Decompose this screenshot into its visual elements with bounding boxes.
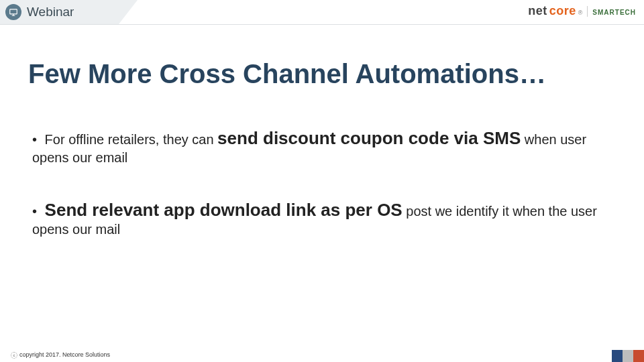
bullet-item: • For offline retailers, they can send d…: [32, 127, 612, 167]
webinar-label: Webinar: [27, 5, 74, 19]
bullet-marker: •: [32, 204, 37, 219]
brand-logo: netcore® SMARTECH: [528, 4, 636, 18]
bullet-text-bold: send discount coupon code via SMS: [217, 128, 521, 148]
bullet-text-bold: Send relevant app download link as per O…: [45, 200, 402, 220]
svg-rect-0: [10, 9, 17, 14]
footer-block-red: [633, 350, 644, 362]
brand-separator: [587, 6, 588, 17]
brand-text-net: net: [528, 4, 547, 18]
brand-text-core: core: [549, 4, 576, 18]
slide-title: Few More Cross Channel Automations…: [28, 59, 546, 89]
slide-header: Webinar netcore® SMARTECH: [0, 0, 644, 28]
copyright-text: ccopyright 2017. Netcore Solutions: [11, 351, 110, 359]
footer-block-blue: [612, 350, 623, 362]
bullet-item: • Send relevant app download link as per…: [32, 199, 612, 239]
footer-block-gray: [623, 350, 633, 362]
webinar-tab: Webinar: [0, 0, 138, 24]
slide-footer: ccopyright 2017. Netcore Solutions: [0, 349, 644, 362]
brand-subtext: SMARTECH: [592, 9, 636, 16]
bullet-text-pre: For offline retailers, they can: [45, 132, 218, 147]
copyright-label: copyright 2017. Netcore Solutions: [19, 351, 110, 358]
header-divider: [0, 24, 644, 25]
brand-registered: ®: [578, 9, 583, 16]
footer-color-blocks: [612, 350, 644, 362]
webinar-icon: [5, 4, 21, 20]
bullet-marker: •: [32, 132, 37, 147]
slide-content: • For offline retailers, they can send d…: [32, 127, 612, 271]
copyright-icon: c: [11, 352, 17, 359]
slide: Webinar netcore® SMARTECH Few More Cross…: [0, 0, 644, 362]
